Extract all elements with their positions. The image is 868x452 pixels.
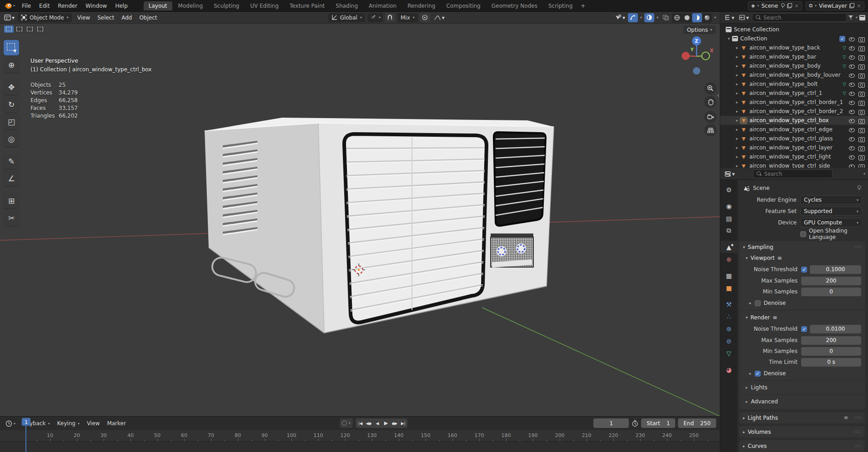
properties-tab-object-data[interactable]: ▽ — [720, 347, 738, 359]
tool-add-cube-button[interactable]: ⊞ — [4, 193, 19, 209]
3d-viewport[interactable]: ➤⊕✥↻◰◎✎∠⊞✂ User Perspective (1) Collecti… — [0, 24, 720, 416]
properties-tab-scene[interactable]: ▲● — [720, 241, 738, 253]
drag-grip-icon[interactable]: ∷∷ — [854, 429, 861, 434]
hide-viewport-icon[interactable] — [849, 109, 855, 114]
disable-render-icon[interactable] — [858, 136, 865, 142]
hide-viewport-icon[interactable] — [849, 81, 855, 87]
menu-window[interactable]: Window — [81, 1, 111, 10]
pin-icon[interactable] — [780, 3, 785, 9]
properties-tab-view-layer[interactable]: ⧉ — [720, 224, 738, 237]
viewport-subpanel-header[interactable]: ▾ Viewport ≡ — [739, 253, 865, 263]
viewport-menu-add[interactable]: Add — [118, 13, 135, 22]
stopwatch-icon[interactable] — [632, 420, 638, 427]
properties-tab-material[interactable]: ◕ — [720, 363, 738, 376]
overlays-toggle[interactable] — [644, 13, 654, 22]
rd-denoise-checkbox[interactable] — [755, 371, 761, 377]
add-workspace-button[interactable]: + — [577, 1, 588, 10]
workspace-tab-animation[interactable]: Animation — [364, 1, 401, 10]
timeline-menu-view[interactable]: View — [84, 419, 103, 428]
scene-collection-row[interactable]: Scene Collection — [720, 25, 868, 34]
workspace-tab-modeling[interactable]: Modeling — [173, 1, 208, 10]
disable-render-icon[interactable] — [858, 145, 865, 151]
tool-scissors-button[interactable]: ✂ — [4, 210, 19, 226]
workspace-tab-sculpting[interactable]: Sculpting — [209, 1, 244, 10]
rd-time-limit-field[interactable]: 0 s — [801, 358, 861, 367]
playhead[interactable]: 1 — [22, 418, 30, 426]
vp-min-samples-field[interactable]: 0 — [801, 288, 861, 296]
timeline-menu-marker[interactable]: Marker — [104, 419, 129, 428]
drag-grip-icon[interactable]: ∷∷ — [854, 244, 861, 249]
hide-viewport-icon[interactable] — [849, 118, 855, 124]
properties-tab-world[interactable]: ⊕ — [720, 253, 738, 265]
shading-dropdown[interactable]: ▾ — [713, 15, 717, 20]
outliner-editor-type-button[interactable]: ▾ — [723, 15, 736, 21]
outliner-item-aircon_window_type_ctrl_edge[interactable]: ▸▼aircon_window_type_ctrl_edge — [720, 125, 868, 134]
timeline-ruler[interactable]: 1020304050607080901001101201301401501601… — [0, 430, 720, 442]
expand-icon[interactable]: ▸ — [734, 100, 740, 104]
workspace-tab-scripting[interactable]: Scripting — [543, 1, 577, 10]
device-dropdown[interactable]: GPU Compute ▾ — [800, 218, 862, 227]
properties-tab-tool[interactable]: ⚙ — [720, 184, 738, 196]
play-button[interactable]: ▶ — [381, 418, 390, 428]
properties-search-input[interactable] — [764, 171, 829, 177]
outliner-item-aircon_window_type_back[interactable]: ▸▼aircon_window_type_back▽ — [720, 43, 868, 52]
rd-denoise-row[interactable]: ▸ Denoise — [739, 368, 865, 378]
properties-tab-collection[interactable]: ▦ — [720, 269, 738, 282]
outliner-search[interactable] — [752, 13, 847, 22]
expand-icon[interactable]: ▸ — [734, 109, 740, 114]
camera-view-button[interactable] — [704, 111, 717, 123]
expand-icon[interactable]: ▸ — [734, 164, 740, 168]
transform-orientation-selector[interactable]: Global ▾ — [328, 13, 365, 22]
osl-checkbox[interactable] — [800, 231, 806, 237]
rd-noise-threshold-checkbox[interactable] — [801, 326, 807, 332]
disable-render-icon[interactable] — [858, 109, 865, 114]
outliner-item-aircon_window_type_body[interactable]: ▸▼aircon_window_type_body▽ — [720, 61, 868, 70]
shading-material-button[interactable] — [692, 13, 702, 22]
hide-viewport-icon[interactable] — [849, 154, 855, 160]
workspace-tab-texture-paint[interactable]: Texture Paint — [285, 1, 330, 10]
mode-selector[interactable]: Object Mode ▾ — [18, 13, 72, 22]
timeline-menu-keying[interactable]: Keying▾ — [54, 419, 83, 428]
vp-max-samples-field[interactable]: 200 — [801, 277, 861, 285]
drag-grip-icon[interactable]: ∷∷ — [854, 415, 861, 420]
preset-menu-icon[interactable]: ≡ — [844, 415, 848, 421]
expand-icon[interactable]: ▸ — [734, 118, 740, 123]
rd-min-samples-field[interactable]: 0 — [801, 347, 861, 356]
viewport-menu-select[interactable]: Select — [94, 13, 118, 22]
tool-rotate-button[interactable]: ↻ — [4, 97, 19, 112]
gizmos-dropdown[interactable]: ▾ — [639, 15, 643, 20]
expand-icon[interactable]: ▸ — [734, 64, 740, 68]
tool-cursor-button[interactable]: ⊕ — [4, 57, 19, 73]
shading-solid-button[interactable] — [682, 13, 692, 22]
outliner-item-aircon_window_type_body_louver[interactable]: ▸▼aircon_window_type_body_louver — [720, 70, 868, 79]
xray-toggle[interactable] — [661, 13, 671, 22]
disable-render-icon[interactable] — [858, 163, 865, 168]
vp-denoise-row[interactable]: ▸ Denoise — [739, 298, 865, 308]
lights-subpanel[interactable]: ▸ Lights — [739, 382, 865, 392]
rd-noise-threshold-field[interactable]: 0.0100 — [810, 325, 861, 333]
gizmo-y-axis[interactable] — [682, 52, 690, 60]
frame-start-field[interactable]: Start 1 — [641, 418, 675, 428]
drag-grip-icon[interactable]: ∷∷ — [854, 443, 861, 448]
expand-icon[interactable]: ▸ — [734, 127, 740, 132]
collapse-icon[interactable]: ▾ — [726, 36, 732, 41]
light-paths-panel[interactable]: ▸ Light Paths ≡ ∷∷ — [739, 412, 865, 423]
hide-viewport-icon[interactable] — [849, 99, 855, 105]
hide-viewport-icon[interactable] — [849, 72, 855, 78]
timeline-editor-type-button[interactable]: ▾ — [3, 420, 18, 427]
close-icon[interactable]: × — [857, 3, 861, 9]
hide-viewport-icon[interactable] — [849, 163, 855, 168]
current-frame-field[interactable]: 1 — [593, 418, 629, 428]
disable-render-icon[interactable] — [858, 90, 865, 96]
expand-icon[interactable]: ▸ — [734, 154, 740, 159]
vp-noise-threshold-field[interactable]: 0.1000 — [810, 265, 861, 274]
advanced-subpanel[interactable]: ▸ Advanced — [739, 397, 865, 407]
auto-keying-button[interactable]: ▾ — [340, 418, 353, 428]
gizmo-x-axis[interactable] — [702, 52, 710, 60]
menu-render[interactable]: Render — [54, 1, 81, 10]
timeline-track-area[interactable] — [0, 442, 720, 452]
pin-icon[interactable] — [857, 185, 861, 191]
outliner-item-aircon_window_type_bar[interactable]: ▸▼aircon_window_type_bar▽ — [720, 52, 868, 61]
workspace-tab-uv-editing[interactable]: UV Editing — [245, 1, 284, 10]
editor-type-button[interactable]: ▾ — [3, 15, 16, 21]
